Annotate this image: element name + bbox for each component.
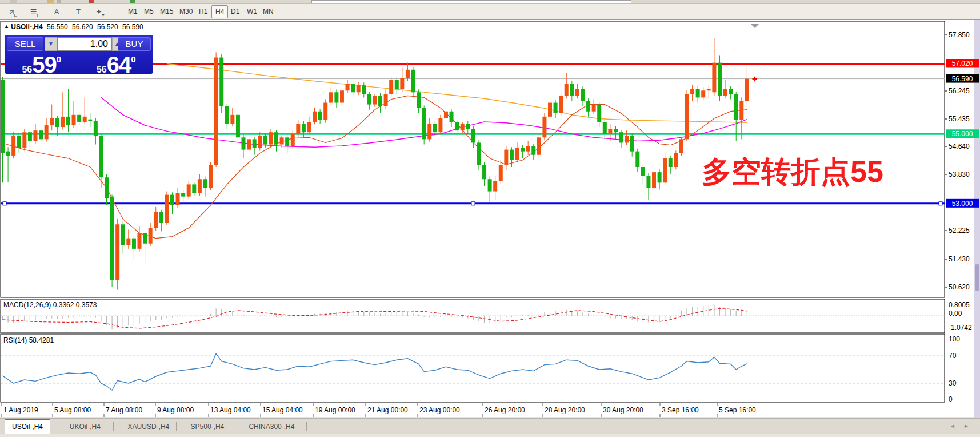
line-handle[interactable] xyxy=(3,202,6,205)
candle-body xyxy=(72,115,76,125)
time-axis-label: 30 Aug 20:00 xyxy=(603,406,643,414)
candle-body xyxy=(39,130,43,139)
candle-body xyxy=(367,94,371,104)
candle-body xyxy=(745,79,749,101)
candle-body xyxy=(94,121,98,136)
annotation-text: 多空转折点55 xyxy=(702,155,883,188)
price-axis-label: 53.830 xyxy=(949,170,970,178)
candle-body xyxy=(433,124,437,132)
candle-body xyxy=(400,78,404,89)
candle-body xyxy=(658,172,662,182)
candle-body xyxy=(685,94,689,139)
candle-body xyxy=(679,139,683,153)
price-axis-label: 55.435 xyxy=(949,115,970,123)
candle-body xyxy=(362,85,366,94)
time-axis-label: 15 Aug 04:00 xyxy=(262,406,303,414)
candle-body xyxy=(45,125,49,139)
line-handle[interactable] xyxy=(471,202,475,205)
candle-body xyxy=(674,153,678,167)
candle-body xyxy=(586,101,590,111)
time-axis-label: 5 Sep 16:00 xyxy=(719,406,756,414)
candle-body xyxy=(597,105,601,122)
candle-body xyxy=(61,117,65,127)
price-badge-label: 55.000 xyxy=(952,130,973,138)
candle-body xyxy=(575,89,579,96)
candle-body xyxy=(318,112,322,120)
candle-body xyxy=(570,84,574,96)
candle-body xyxy=(510,150,514,160)
price-axis-label: 57.850 xyxy=(949,31,970,39)
candle-body xyxy=(274,132,278,144)
candle-body xyxy=(121,224,125,245)
chart-tab-china300h4[interactable]: CHINA300-,H4 xyxy=(242,420,301,434)
candle-body xyxy=(83,117,87,122)
candle-body xyxy=(329,92,333,102)
status-strip xyxy=(0,434,980,437)
candle-body xyxy=(565,84,569,96)
sell-button[interactable]: SELL xyxy=(7,37,43,51)
candle-body xyxy=(209,165,213,188)
candle-body xyxy=(198,179,202,193)
candle-body xyxy=(373,96,377,104)
price-axis-label: 56.245 xyxy=(949,87,970,95)
buy-button[interactable]: BUY xyxy=(118,37,151,51)
buy-price-pip: 0 xyxy=(131,54,135,64)
volume-input[interactable] xyxy=(57,37,112,51)
candle-body xyxy=(559,96,563,113)
chart-tab-sp500h4[interactable]: SP500-,H4 xyxy=(184,420,231,434)
candle-body xyxy=(187,184,191,196)
candle-body xyxy=(384,94,388,106)
candle-body xyxy=(603,122,607,134)
buy-price-main: 64 xyxy=(107,52,131,77)
time-axis-label: 5 Aug 08:00 xyxy=(54,406,91,414)
time-axis-label: 19 Aug 00:00 xyxy=(315,406,355,414)
candle-body xyxy=(395,80,399,89)
candle-body xyxy=(554,103,558,113)
scrollbar-thumb[interactable] xyxy=(975,264,979,291)
candle-body xyxy=(417,92,421,108)
time-axis-label: 28 Aug 20:00 xyxy=(545,406,585,414)
tab-scroll-left-icon[interactable]: ◄ xyxy=(950,423,955,429)
sell-price[interactable]: 56590 xyxy=(5,52,79,74)
candle-body xyxy=(690,89,694,94)
candle-body xyxy=(652,172,656,188)
candle-body xyxy=(170,195,174,205)
candle-body xyxy=(493,181,497,191)
candle-body xyxy=(669,158,673,167)
macd-axis-label: 0.8005 xyxy=(949,301,970,309)
buy-price[interactable]: 56640 xyxy=(79,52,154,74)
candle-body xyxy=(488,179,492,191)
candle-body xyxy=(499,165,503,181)
chart-tab-xauusdh4[interactable]: XAUUSD-,H4 xyxy=(121,420,177,434)
candle-body xyxy=(461,124,465,130)
tab-scroll-right-icon[interactable]: ► xyxy=(963,423,969,429)
volume-decrease-button[interactable]: ▼ xyxy=(45,37,57,51)
candle-body xyxy=(712,63,716,93)
line-handle[interactable] xyxy=(939,202,942,205)
chart-tab-ukoilh4[interactable]: UKOil-,H4 xyxy=(63,420,107,434)
candle-body xyxy=(296,124,300,134)
candle-body xyxy=(378,96,382,106)
rsi-axis-label: 0 xyxy=(949,395,953,403)
time-axis-label: 9 Aug 08:00 xyxy=(157,406,194,414)
candle-body xyxy=(346,84,350,90)
candle-body xyxy=(203,179,207,188)
candle-body xyxy=(285,137,289,146)
candle-body xyxy=(614,129,618,132)
candle-body xyxy=(630,136,634,151)
one-click-trading-panel: SELL ▼ ▲ BUY 56590 56640 xyxy=(5,35,153,74)
candle-body xyxy=(258,136,262,148)
candle-body xyxy=(11,136,15,156)
time-axis-label: 3 Sep 16:00 xyxy=(662,406,699,414)
candle-body xyxy=(165,195,169,223)
candle-body xyxy=(723,89,727,96)
time-axis-label: 21 Aug 00:00 xyxy=(367,406,408,414)
candle-body xyxy=(537,137,541,154)
chart-tab-usoilh4[interactable]: USOil-,H4 xyxy=(5,419,50,434)
candle-body xyxy=(77,115,81,122)
tab-separator xyxy=(113,422,114,431)
candle-body xyxy=(526,146,530,152)
ohlc-close: 56.590 xyxy=(122,23,143,31)
candle-body xyxy=(739,101,743,120)
candle-body xyxy=(159,212,163,223)
